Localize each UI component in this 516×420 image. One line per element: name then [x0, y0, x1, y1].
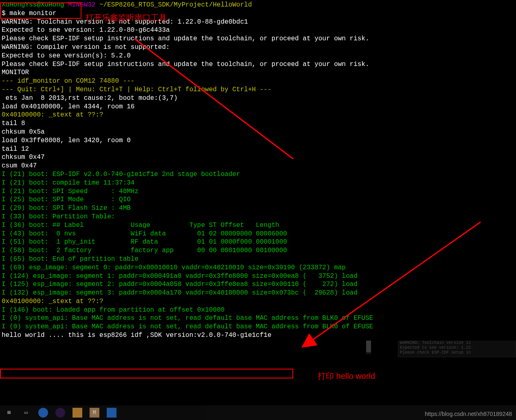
thumb-line: Please check ESP-IDF setup in — [400, 350, 514, 355]
terminal-output[interactable]: XuHongYss@XuHong MINGW32 ~/ESP8266_RTOS_… — [0, 0, 516, 341]
boot-log-line: I (132) esp_image: segment 3: paddr=0x00… — [0, 289, 516, 297]
file-explorer-icon[interactable] — [72, 408, 82, 418]
hello-world-line: hello world .... this is esp8266 idf ,SD… — [0, 331, 516, 340]
monitor-port-line: --- idf_monitor on COM12 74880 --- — [0, 77, 516, 86]
warning-line: MONITOR — [0, 68, 516, 77]
boot-rom-line: chksum 0x47 — [0, 153, 516, 162]
boot-rom-line: ets Jan 8 2013,rst cause:2, boot mode:(3… — [0, 94, 516, 103]
highlight-box-hello — [0, 369, 293, 378]
prompt-shell: MINGW32 — [68, 1, 95, 9]
boot-log-line: I (69) esp_image: segment 0: paddr=0x000… — [0, 264, 516, 272]
boot-log-line: I (58) boot: 2 factory factory app 00 00… — [0, 246, 516, 255]
boot-log-line: I (124) esp_image: segment 1: paddr=0x00… — [0, 272, 516, 281]
thumb-line: Expected to see version: 1.22. — [400, 345, 514, 350]
boot-log-line: I (25) boot: SPI Mode : QIO — [0, 196, 516, 204]
boot-log-line: I (65) boot: End of partition table — [0, 255, 516, 264]
boot-log-line: I (36) boot: ## Label Usage Type ST Offs… — [0, 221, 516, 230]
boot-log-line: I (125) esp_image: segment 2: paddr=0x00… — [0, 280, 516, 289]
command-line: $ make monitor — [0, 9, 516, 18]
stext-line: 0x40100000: _stext at ??:? — [0, 111, 516, 119]
stext-line: 0x40100000: _stext at ??:? — [0, 297, 516, 306]
warning-line: Expected to see version: 1.22.0-80-g6c44… — [0, 26, 516, 35]
eclipse-icon[interactable] — [55, 408, 65, 418]
prompt-user: XuHongYss@XuHong — [2, 1, 64, 9]
annotation-open-tool: 打开乐鑫监听串口工具 — [86, 12, 167, 23]
boot-log-line: I (21) boot: compile time 11:37:34 — [0, 179, 516, 187]
warning-line: WARNING: Compiler version is not support… — [0, 43, 516, 52]
mobaxterm-icon[interactable]: M — [90, 408, 99, 418]
boot-log-line: I (21) boot: SPI Speed : 40MHz — [0, 187, 516, 196]
warning-line: Expected to see version(s): 5.2.0 — [0, 52, 516, 60]
boot-log-line: I (43) boot: 0 nvs WiFi data 01 02 00009… — [0, 230, 516, 238]
boot-log-line: I (51) boot: 1 phy_init RF data 01 01 00… — [0, 238, 516, 246]
warning-line: Please check ESP-IDF setup instructions … — [0, 35, 516, 43]
boot-rom-line: load 0x40100000, len 4344, room 16 — [0, 103, 516, 111]
boot-rom-line: tail 12 — [0, 145, 516, 154]
boot-log-line: I (29) boot: SPI Flash Size : 4MB — [0, 204, 516, 213]
warning-line: WARNING: Toolchain version is not suppor… — [0, 18, 516, 26]
windows-start-icon[interactable]: ⊞ — [4, 408, 14, 418]
app-icon[interactable] — [38, 408, 48, 418]
watermark: https://blog.csdn.net/xh870189248 — [425, 410, 512, 418]
thumb-line: WARNING: Toolchain version is — [400, 341, 514, 345]
annotation-hello-world: 打印 hello world — [318, 371, 375, 381]
boot-rom-line: tail 8 — [0, 119, 516, 128]
boot-log-line: I (0) system_api: Base MAC address is no… — [0, 323, 516, 331]
boot-rom-line: load 0x3ffe8008, len 3420, room 0 — [0, 136, 516, 145]
boot-log-line: I (146) boot: Loaded app from partition … — [0, 306, 516, 314]
prompt-path: ~/ESP8266_RTOS_SDK/MyProject/HelloWorld — [99, 1, 252, 9]
boot-log-line: I (33) boot: Partition Table: — [0, 213, 516, 221]
boot-rom-line: chksum 0x5a — [0, 128, 516, 136]
boot-log-line: I (0) system_api: Base MAC address is no… — [0, 314, 516, 323]
task-view-icon[interactable]: ▭ — [21, 408, 31, 418]
word-icon[interactable] — [107, 408, 116, 418]
boot-log-line: I (21) boot: ESP-IDF v2.0.0-740-g1e1cf1e… — [0, 170, 516, 179]
boot-rom-line: csum 0x47 — [0, 162, 516, 170]
monitor-quit-line: --- Quit: Ctrl+] | Menu: Ctrl+T | Help: … — [0, 86, 516, 94]
warning-line: Please check ESP-IDF setup instructions … — [0, 60, 516, 69]
prompt-line: XuHongYss@XuHong MINGW32 ~/ESP8266_RTOS_… — [0, 1, 516, 9]
